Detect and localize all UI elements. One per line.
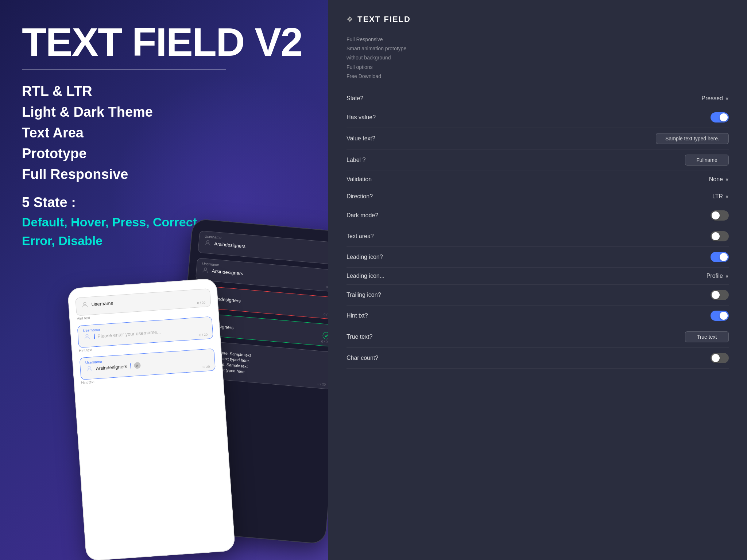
toggle-thumb-hint-txt	[720, 312, 728, 320]
light-field-1: Username 0 / 20 Hint text	[75, 288, 211, 321]
divider	[22, 69, 226, 70]
prop-row-dark-mode: Dark mode?	[347, 205, 729, 226]
toggle-thumb-char-count	[712, 354, 720, 362]
prop-validation-value: None	[709, 176, 723, 183]
svg-point-1	[204, 268, 207, 270]
light-field-3-clear[interactable]: ✕	[133, 362, 140, 369]
prop-row-hint-txt: Hint txt?	[347, 306, 729, 326]
desc-3: without background	[347, 55, 391, 61]
leading-icon-type-chevron-icon: ∨	[725, 273, 729, 279]
toggle-thumb-has-value	[720, 113, 728, 121]
panel-title: TEXT FIELD	[357, 15, 411, 24]
prop-row-text-area: Text area?	[347, 226, 729, 247]
prop-row-true-text: True text? True text	[347, 326, 729, 348]
light-field-2: Username Please enter your username... 0…	[77, 316, 214, 353]
prop-row-leading-icon-type: Leading icon... Profile ∨	[347, 268, 729, 285]
prop-row-value-text: Value text? Sample text typed here.	[347, 128, 729, 149]
prop-value-text-input[interactable]: Sample text typed here.	[656, 133, 729, 144]
prop-state-label: State?	[347, 95, 363, 102]
properties-list: State? Pressed ∨ Has value? Value text? …	[347, 90, 729, 369]
feature-theme: Light & Dark Theme	[22, 102, 306, 122]
toggle-thumb-trailing-icon	[712, 291, 720, 299]
prop-validation-label: Validation	[347, 176, 372, 183]
state-chevron-icon: ∨	[725, 96, 729, 101]
feature-rtl-ltr: RTL & LTR	[22, 81, 306, 102]
dark-field-4-check	[322, 332, 328, 340]
prop-text-area-label: Text area?	[347, 233, 374, 240]
feature-responsive: Full Responsive	[22, 164, 306, 185]
states-title: 5 State :	[22, 192, 306, 213]
left-panel: TEXT FIELD V2 RTL & LTR Light & Dark The…	[0, 0, 328, 560]
prop-true-text-label: True text?	[347, 334, 372, 340]
prop-row-state: State? Pressed ∨	[347, 90, 729, 107]
prop-state-dropdown[interactable]: Pressed ∨	[701, 95, 729, 102]
prop-trailing-icon-label: Trailing icon?	[347, 292, 381, 298]
prop-has-value-label: Has value?	[347, 114, 376, 121]
panel-header: ❖ TEXT FIELD	[347, 15, 729, 24]
validation-chevron-icon: ∨	[725, 176, 729, 182]
desc-5: Free Download	[347, 73, 381, 79]
prop-dark-mode-toggle[interactable]	[711, 210, 729, 221]
desc-1: Full Responsive	[347, 36, 383, 42]
desc-4: Full options	[347, 64, 373, 70]
light-field-3: Username Arsindesigners ✕ 0 / 20 Hint te…	[80, 349, 216, 385]
prop-row-direction: Direction? LTR ∨	[347, 188, 729, 205]
prop-value-text-label: Value text?	[347, 135, 375, 142]
prop-true-text-input[interactable]: True text	[685, 331, 729, 342]
prop-validation-dropdown[interactable]: None ∨	[709, 176, 729, 183]
svg-point-5	[86, 334, 88, 337]
desc-2: Smart animation prototype	[347, 46, 406, 51]
right-panel: ❖ TEXT FIELD Full Responsive Smart anima…	[328, 0, 747, 560]
feature-textarea: Text Area	[22, 122, 306, 143]
prop-row-char-count: Char count?	[347, 348, 729, 369]
prop-trailing-icon-toggle[interactable]	[711, 290, 729, 300]
svg-point-0	[206, 240, 209, 243]
toggle-thumb-leading-icon	[720, 253, 728, 261]
light-field-3-value: Arsindesigners	[96, 363, 127, 371]
prop-hint-txt-toggle[interactable]	[711, 311, 729, 321]
feature-prototype: Prototype	[22, 143, 306, 164]
prop-leading-icon-type-dropdown[interactable]: Profile ∨	[707, 273, 729, 279]
prop-leading-icon-type-label: Leading icon...	[347, 273, 384, 279]
prop-row-label: Label ? Fullname	[347, 149, 729, 171]
prop-char-count-label: Char count?	[347, 355, 378, 361]
light-field-1-value: Username	[91, 300, 113, 307]
prop-row-has-value: Has value?	[347, 107, 729, 128]
prop-row-validation: Validation None ∨	[347, 171, 729, 188]
light-phone: Username 0 / 20 Hint text Username Pleas…	[67, 278, 235, 560]
direction-chevron-icon: ∨	[725, 194, 729, 199]
toggle-thumb-text-area	[712, 232, 720, 240]
prop-row-leading-icon: Leading icon?	[347, 247, 729, 268]
prop-label-label: Label ?	[347, 157, 366, 163]
prop-state-value: Pressed	[701, 95, 723, 102]
light-field-3-cursor	[130, 363, 131, 369]
prop-has-value-toggle[interactable]	[711, 112, 729, 122]
prop-dark-mode-label: Dark mode?	[347, 212, 378, 219]
prop-leading-icon-toggle[interactable]	[711, 252, 729, 262]
prop-row-trailing-icon: Trailing icon?	[347, 285, 729, 306]
toggle-thumb-dark-mode	[712, 211, 720, 219]
prop-direction-dropdown[interactable]: LTR ∨	[712, 193, 729, 200]
prop-label-input[interactable]: Fullname	[685, 155, 729, 166]
prop-leading-icon-type-value: Profile	[707, 273, 723, 279]
svg-point-6	[88, 366, 90, 369]
prop-char-count-toggle[interactable]	[711, 353, 729, 363]
phones-container: Username Arsindesigners 0 / 20 Username	[73, 214, 328, 560]
prop-leading-icon-label: Leading icon?	[347, 254, 383, 260]
main-title: TEXT FIELD V2	[22, 22, 306, 62]
prop-direction-label: Direction?	[347, 193, 373, 200]
panel-description: Full Responsive Smart animation prototyp…	[347, 35, 729, 81]
light-field-2-cursor	[94, 334, 94, 339]
svg-point-4	[84, 302, 86, 305]
panel-icon: ❖	[347, 15, 353, 24]
feature-list: RTL & LTR Light & Dark Theme Text Area P…	[22, 81, 306, 185]
prop-hint-txt-label: Hint txt?	[347, 312, 368, 319]
prop-direction-value: LTR	[712, 193, 723, 200]
prop-text-area-toggle[interactable]	[711, 231, 729, 241]
